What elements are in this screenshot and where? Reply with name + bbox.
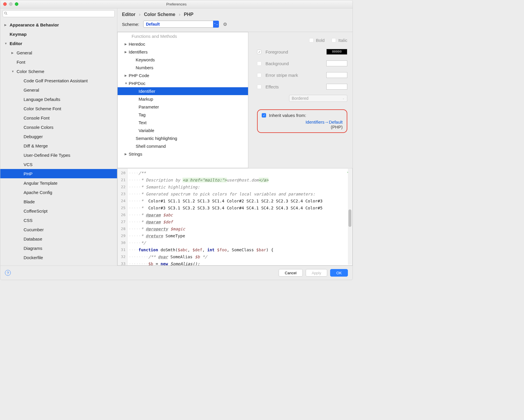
sidebar-item-editor[interactable]: ▼Editor — [0, 39, 117, 48]
category-label: Numbers — [136, 65, 153, 70]
sidebar-item-label: Code Golf Presentation Assistant — [24, 78, 88, 83]
chevron-down-icon: ▼ — [11, 70, 15, 73]
sidebar-item-php[interactable]: PHP — [0, 169, 117, 178]
minimize-icon — [9, 2, 13, 6]
category-label: Keywords — [136, 57, 155, 62]
category-tag[interactable]: Tag — [118, 111, 248, 119]
help-icon[interactable]: ? — [5, 270, 11, 276]
category-identifier[interactable]: Identifier — [118, 87, 248, 95]
sidebar-item-dockerfile[interactable]: Dockerfile — [0, 253, 117, 262]
sidebar-item-language-defaults[interactable]: Language Defaults — [0, 95, 117, 104]
code-preview[interactable]: 20 21 22 23 24 25 26 27 28 29 30 31 32 3… — [117, 168, 353, 266]
sidebar-item-diagrams[interactable]: Diagrams — [0, 243, 117, 253]
inherit-link[interactable]: Identifiers→Default — [305, 120, 343, 124]
breadcrumb-editor[interactable]: Editor — [122, 12, 135, 17]
sidebar-item-appearance-behavior[interactable]: ▶Appearance & Behavior — [0, 20, 117, 29]
sidebar-item-label: Blade — [24, 199, 35, 204]
sidebar-item-code-golf-presentation-assistant[interactable]: Code Golf Presentation Assistant — [0, 76, 117, 85]
chevron-down-icon: ▼ — [125, 82, 129, 85]
sidebar-item-coffeescript[interactable]: CoffeeScript — [0, 206, 117, 216]
category-text[interactable]: Text — [118, 119, 248, 127]
sidebar-item-label: Console Colors — [24, 125, 54, 130]
inherit-checkbox[interactable]: ✓ — [262, 113, 266, 118]
category-semantic-highlighting[interactable]: Semantic highlighting — [118, 134, 248, 142]
background-swatch[interactable] — [326, 60, 347, 66]
effects-checkbox[interactable] — [257, 85, 261, 89]
sidebar-item-blade[interactable]: Blade — [0, 197, 117, 206]
category-numbers[interactable]: Numbers — [118, 64, 248, 72]
effects-type-select[interactable]: Bordered⌄ — [289, 95, 347, 102]
scheme-select[interactable]: Default — [143, 21, 219, 28]
category-label: Semantic highlighting — [136, 136, 177, 141]
ok-button[interactable]: OK — [330, 269, 348, 277]
category-keywords[interactable]: Keywords — [118, 56, 248, 64]
category-label: Identifier — [139, 89, 155, 94]
sidebar-item-label: Database — [24, 236, 42, 241]
category-label: Functions and Methods — [132, 34, 177, 39]
sidebar-item-cucumber[interactable]: Cucumber — [0, 225, 117, 234]
sidebar-item-angular-template[interactable]: Angular Template — [0, 178, 117, 188]
bold-checkbox[interactable] — [309, 38, 314, 42]
category-shell-command[interactable]: Shell command — [118, 142, 248, 150]
code-scrollbar[interactable] — [348, 169, 352, 265]
settings-tree[interactable]: ▶Appearance & BehaviorKeymap▼Editor▶Gene… — [0, 19, 117, 266]
apply-button[interactable]: Apply — [306, 269, 328, 277]
foreground-checkbox[interactable]: ✓ — [257, 50, 261, 54]
sidebar-item-apache-config[interactable]: Apache Config — [0, 188, 117, 197]
sidebar-item-console-colors[interactable]: Console Colors — [0, 122, 117, 132]
chevron-right-icon: ▶ — [4, 23, 8, 26]
sidebar-item-database[interactable]: Database — [0, 234, 117, 243]
category-php-code[interactable]: ▶PHP Code — [118, 72, 248, 79]
category-functions-and-methods[interactable]: Functions and Methods — [118, 32, 248, 40]
sidebar-item-label: Apache Config — [24, 190, 52, 195]
sidebar-item-console-font[interactable]: Console Font — [0, 113, 117, 122]
category-variable[interactable]: Variable — [118, 127, 248, 134]
category-markup[interactable]: Markup — [118, 95, 248, 103]
breadcrumb-colorscheme[interactable]: Color Scheme — [144, 12, 176, 17]
sidebar-item-keymap[interactable]: Keymap — [0, 29, 117, 39]
sidebar-item-css[interactable]: CSS — [0, 216, 117, 225]
sidebar-item-color-scheme-font[interactable]: Color Scheme Font — [0, 104, 117, 113]
category-heredoc[interactable]: ▶Heredoc — [118, 40, 248, 48]
sidebar-item-color-scheme[interactable]: ▼Color Scheme — [0, 67, 117, 76]
sidebar-item-label: Color Scheme Font — [24, 106, 61, 111]
chevron-down-icon: ▼ — [4, 42, 8, 45]
italic-checkbox[interactable] — [332, 38, 336, 42]
sidebar-item-debugger[interactable]: Debugger — [0, 132, 117, 141]
sidebar-item-diff-merge[interactable]: Diff & Merge — [0, 141, 117, 150]
errorstripe-label: Error stripe mark — [265, 73, 298, 78]
background-checkbox[interactable] — [257, 61, 261, 66]
effects-swatch[interactable] — [326, 84, 347, 90]
category-identifiers[interactable]: ▶Identifiers — [118, 48, 248, 56]
scrollbar-thumb[interactable] — [348, 209, 351, 227]
sidebar-item-general[interactable]: ▶General — [0, 48, 117, 57]
sidebar-item-general[interactable]: General — [0, 85, 117, 95]
sidebar-item-font[interactable]: Font — [0, 57, 117, 67]
italic-label: Italic — [338, 38, 347, 43]
category-parameter[interactable]: Parameter — [118, 103, 248, 111]
sidebar-item-label: VCS — [24, 162, 33, 167]
category-phpdoc[interactable]: ▼PHPDoc — [118, 79, 248, 87]
chevron-right-icon: ▶ — [125, 152, 129, 156]
search-icon — [4, 11, 8, 15]
sidebar-item-label: Console Font — [24, 115, 49, 120]
search-input[interactable] — [3, 10, 115, 17]
foreground-swatch[interactable]: 00000 — [326, 49, 347, 55]
close-icon[interactable] — [3, 2, 7, 6]
background-label: Background — [265, 61, 289, 66]
sidebar-item-vcs[interactable]: VCS — [0, 160, 117, 169]
sidebar-item-label: Color Scheme — [17, 69, 44, 74]
category-label: Tag — [139, 112, 146, 117]
sidebar-item-label: Angular Template — [24, 181, 57, 186]
errorstripe-checkbox[interactable] — [257, 73, 261, 77]
zoom-icon[interactable] — [15, 2, 18, 6]
chevron-updown-icon: ⌄ — [342, 97, 345, 100]
gear-icon[interactable]: ⚙ — [223, 22, 227, 27]
category-strings[interactable]: ▶Strings — [118, 150, 248, 158]
category-label: PHPDoc — [129, 81, 146, 86]
cancel-button[interactable]: Cancel — [279, 269, 302, 277]
sidebar-item-user-defined-file-types[interactable]: User-Defined File Types — [0, 150, 117, 160]
effects-label: Effects — [265, 84, 279, 89]
category-list[interactable]: Functions and Methods▶Heredoc▶Identifier… — [117, 32, 248, 168]
errorstripe-swatch[interactable] — [326, 72, 347, 78]
